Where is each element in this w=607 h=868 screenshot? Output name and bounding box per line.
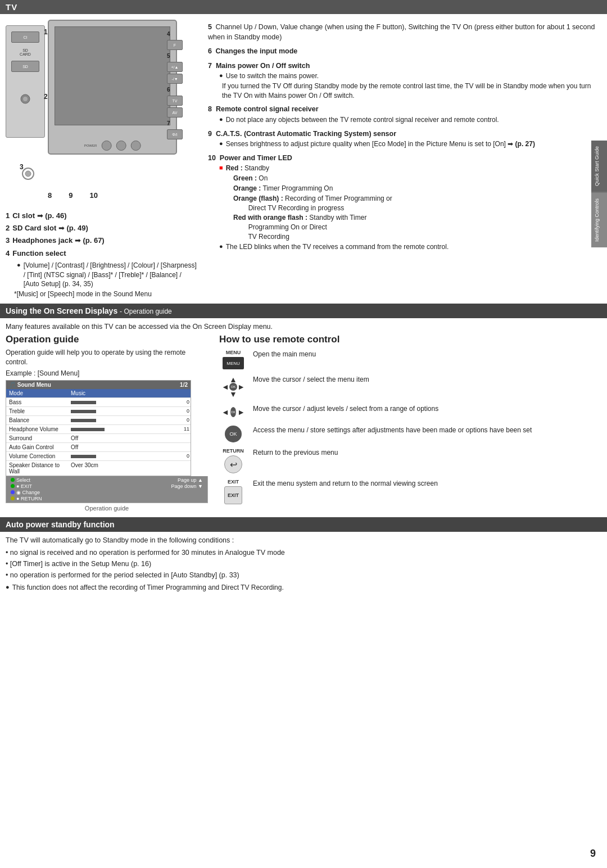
headphone-slot [20,93,31,106]
remote-title: How to use remote control [219,334,601,345]
led-red-orange: Red with orange flash : Standby with Tim… [219,213,601,241]
ok-icon: OK [225,426,242,442]
footer-right: Page up ▲ Page down ▼ [171,477,203,501]
page-number: 9 [590,848,596,860]
item-2: 2 SD Card slot ➡ (p. 49) [6,223,197,233]
sound-menu-table: 🎵 Sound Menu 1/2 Mode Music Bass 0 Trebl… [6,380,191,476]
tv-side-buttons: 4 F 5 +/▲ -/▼ 6 TV AV 7 Φ/I [167,31,183,139]
btn-down: -/▼ [167,74,183,84]
remote-item-nav-lr: ◄ OK ► Move the cursor / adjust levels /… [219,404,601,420]
label-10: 10 [89,191,97,200]
sound-menu-row-treble: Treble 0 [6,407,191,416]
item-1: 1 CI slot ➡ (p. 46) [6,211,197,221]
btn-up: +/▲ [167,62,183,72]
auto-power-desc: The TV will automatically go to Standby … [6,536,601,544]
remote-col: How to use remote control MENU MENU Open… [219,334,601,512]
item-4: 4 Function select [6,248,197,259]
label-1: 1 [44,28,48,36]
return-icon: ↩ [224,455,242,473]
op-guide-desc: Operation guide will help you to operate… [6,348,208,367]
sidebar-tab-identifying: Identifying Controls [591,193,607,247]
sound-menu-footer: Select ● EXIT ◉ Change ● RETURN Page up … [6,476,208,503]
power-btn [101,141,111,151]
left-column: CI SDCARD SD 1 2 3 [6,20,197,298]
sound-menu-header: 🎵 Sound Menu 1/2 [6,381,191,389]
tv-body: POWER [48,20,177,155]
on-screen-section-header: Using the On Screen Displays - Operation… [0,304,607,318]
sound-menu-row-agc: Auto Gain Control Off [6,443,191,452]
op-guide-title: Operation guide [6,334,208,345]
desc-7: 7 Mains power On / Off switch ● Use to s… [208,61,601,101]
menu-icon: MENU [223,357,244,369]
desc-8: 8 Remote control signal receiver ● Do no… [208,105,601,124]
main-content: CI SDCARD SD 1 2 3 [0,14,607,298]
tv-base-controls: POWER [84,141,141,151]
operation-guide-col: Operation guide Operation guide will hel… [6,334,208,512]
auto-power-title: Auto power standby function [6,520,115,529]
right-sidebar: Quick Start Guide Identifying Controls [591,141,607,247]
sound-menu-row-surround: Surround Off [6,434,191,443]
btn-tv: TV [167,96,183,106]
led-red: ■ Red : Standby [219,164,601,173]
op-guide-caption: Operation guide [6,505,208,512]
label-8: 8 [48,191,52,200]
label-9: 9 [69,191,73,200]
ci-slot: CI [11,31,39,43]
sd-card-label: SDCARD [20,48,31,56]
led-green: Green : On [219,174,601,183]
svg-point-1 [23,97,28,101]
sound-menu-row-mode: Mode Music [6,389,191,398]
desc-8-bullet: ● Do not place any objects between the T… [219,115,601,125]
numbered-list-left: 1 CI slot ➡ (p. 46) 2 SD Card slot ➡ (p.… [6,211,197,298]
standby-note: ● This function does not affect the reco… [6,583,601,593]
led-orange: Orange : Timer Programming On [219,184,601,193]
two-col-section: Operation guide Operation guide will hel… [0,334,607,512]
sd-slot: SD [11,61,39,72]
sound-menu-row-headphone: Headphone Volume 11 [6,425,191,434]
desc-10: 10 Power and Timer LED ■ Red : Standby G… [208,153,601,252]
sidebar-tab-quick-start: Quick Start Guide [591,141,607,192]
tv-left-panel: CI SDCARD SD [6,25,45,138]
label-4: 4 [167,31,183,37]
remote-item-ok: OK Access the menu / store settings afte… [219,426,601,442]
remote-item-return: RETURN ↩ Return to the previous menu [219,448,601,473]
on-screen-title: Using the On Screen Displays [6,306,117,315]
label-6: 6 [167,87,183,93]
btn2 [116,141,126,151]
btn-av: AV [167,107,183,117]
ok-center-btn: OK [229,383,237,391]
sound-menu-row-vc: Volume Correction 0 [6,452,191,461]
auto-power-section: The TV will automatically go to Standby … [0,536,607,593]
right-column: 5 Channel Up / Down, Value change (when … [197,20,601,298]
remote-item-exit: EXIT EXIT Exit the menu system and retur… [219,479,601,504]
bottom-number-labels: 8 9 10 [48,191,98,200]
label-2: 2 [44,93,48,101]
label-7: 7 [167,120,183,126]
sound-menu-row-speaker: Speaker Distance to Wall Over 30cm [6,461,191,476]
function-select-note: *[Music] or [Speech] mode in the Sound M… [14,290,197,298]
auto-power-header: Auto power standby function [0,517,607,532]
standby-list: no signal is received and no operation i… [6,547,601,581]
op-guide-example: Example : [Sound Menu] [6,369,208,377]
desc-7-bullet-2: If you turned the TV Off during Standby … [219,82,601,101]
tv-header: TV [0,0,607,14]
tv-screen [55,26,170,125]
nav-lr-icon: ◄ OK ► [221,404,245,420]
btn-power: Φ/I [167,129,183,139]
item-3: 3 Headphones jack ➡ (p. 67) [6,236,197,246]
desc-7-bullet-1: ● Use to switch the mains power. [219,71,601,81]
label-5: 5 [167,53,183,59]
sound-menu-row-bass: Bass 0 [6,398,191,407]
led-note: ● The LED blinks when the TV receives a … [219,242,601,252]
on-screen-desc: Many features available on this TV can b… [0,323,607,334]
headphone-icon [21,167,35,183]
svg-point-3 [25,171,31,177]
on-screen-subtitle: - Operation guide [120,308,172,315]
exit-icon: EXIT [224,486,242,504]
footer-left: Select ● EXIT ◉ Change ● RETURN [11,477,42,501]
sound-menu-row-balance: Balance 0 [6,416,191,425]
desc-5: 5 Channel Up / Down, Value change (when … [208,22,601,42]
standby-item-1: no signal is received and no operation i… [6,547,601,558]
header-title: TV [6,2,17,12]
desc-9: 9 C.A.T.S. (Contrast Automatic Tracking … [208,129,601,149]
